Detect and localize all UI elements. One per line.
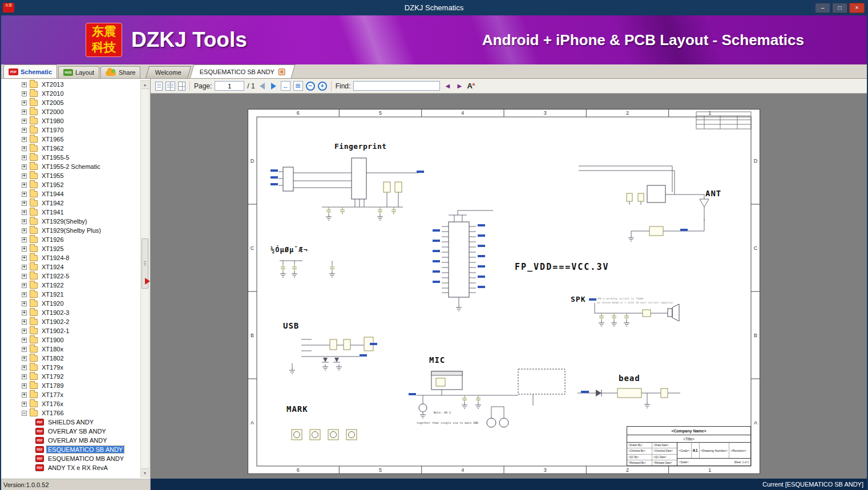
- folder-item[interactable]: + XT1955-2 Schematic: [2, 162, 140, 171]
- tab-share[interactable]: Share: [100, 66, 140, 78]
- expand-icon[interactable]: +: [22, 137, 27, 142]
- folder-item[interactable]: + XT1942: [2, 199, 140, 208]
- folder-item[interactable]: + XT2005: [2, 98, 140, 107]
- folder-item[interactable]: + XT1900: [2, 335, 140, 345]
- folder-item[interactable]: + XT1922-5: [2, 272, 140, 281]
- expand-icon[interactable]: +: [22, 283, 27, 288]
- folder-item[interactable]: + XT1970: [2, 125, 140, 135]
- font-size-icon[interactable]: Aa: [467, 82, 475, 90]
- file-item[interactable]: PDF SHIELDS ANDY: [2, 418, 140, 427]
- sidebar-collapse-arrow[interactable]: [145, 278, 150, 285]
- fit-width-button[interactable]: ↔: [281, 81, 290, 91]
- file-item[interactable]: PDF OVERLAY MB ANDY: [2, 436, 140, 445]
- pdf-viewer[interactable]: 654321 654321 DCBA DCBA Fingerprint ANT …: [151, 94, 867, 479]
- fit-page-button[interactable]: ⊞: [293, 81, 303, 91]
- folder-item[interactable]: + XT1902-1: [2, 326, 140, 335]
- folder-item[interactable]: + XT2000: [2, 107, 140, 116]
- folder-item[interactable]: + XT1955-5: [2, 153, 140, 162]
- folder-item[interactable]: + XT1924: [2, 262, 140, 272]
- expand-icon[interactable]: +: [22, 402, 27, 407]
- expand-icon[interactable]: +: [22, 91, 27, 96]
- next-page-button[interactable]: [271, 83, 276, 90]
- multi-page-view-button[interactable]: [178, 82, 185, 91]
- expand-icon[interactable]: +: [22, 365, 27, 370]
- tab-esquematico-sb-andy[interactable]: ESQUEMATICO SB ANDY ×: [190, 64, 296, 78]
- expand-icon[interactable]: +: [22, 192, 27, 197]
- zoom-in-button[interactable]: +: [318, 82, 327, 91]
- folder-item[interactable]: + XT1926: [2, 235, 140, 244]
- expand-icon[interactable]: +: [22, 82, 27, 87]
- expand-icon[interactable]: +: [22, 100, 27, 106]
- close-button[interactable]: ×: [849, 3, 865, 13]
- tab-welcome[interactable]: Welcome: [146, 66, 191, 78]
- folder-item[interactable]: + XT1925: [2, 244, 140, 253]
- expand-icon[interactable]: +: [22, 292, 27, 297]
- expand-icon[interactable]: +: [22, 310, 27, 315]
- expand-icon[interactable]: +: [22, 329, 27, 334]
- folder-item[interactable]: + XT1902-3: [2, 308, 140, 317]
- tab-schematic[interactable]: PDF Schematic: [3, 64, 57, 78]
- folder-item[interactable]: + XT176x: [2, 399, 140, 408]
- expand-icon[interactable]: +: [22, 146, 27, 151]
- folder-item[interactable]: + XT1929(Shelby): [2, 217, 140, 226]
- expand-icon[interactable]: +: [22, 237, 27, 242]
- previous-page-button[interactable]: [260, 83, 265, 90]
- expand-icon[interactable]: +: [22, 392, 27, 398]
- expand-icon[interactable]: +: [22, 265, 27, 270]
- folder-item[interactable]: + XT1922: [2, 281, 140, 290]
- collapse-icon[interactable]: −: [22, 411, 27, 416]
- expand-icon[interactable]: +: [22, 210, 27, 215]
- file-item[interactable]: PDF ESQUEMATICO SB ANDY: [2, 445, 140, 454]
- folder-item[interactable]: + XT1980: [2, 116, 140, 125]
- file-item[interactable]: PDF ANDY TX e RX RevA: [2, 463, 140, 472]
- expand-icon[interactable]: +: [22, 119, 27, 124]
- find-input[interactable]: [353, 81, 440, 91]
- folder-item[interactable]: + XT1789: [2, 381, 140, 390]
- folder-item[interactable]: + XT1920: [2, 299, 140, 308]
- folder-item[interactable]: + XT1802: [2, 354, 140, 363]
- file-item[interactable]: PDF ESQUEMATICO MB ANDY: [2, 454, 140, 463]
- folder-item[interactable]: + XT1941: [2, 208, 140, 217]
- expand-icon[interactable]: +: [22, 228, 27, 233]
- expand-icon[interactable]: +: [22, 383, 27, 388]
- expand-icon[interactable]: +: [22, 246, 27, 252]
- expand-icon[interactable]: +: [22, 183, 27, 188]
- find-next-icon[interactable]: ▶: [455, 83, 464, 89]
- folder-item[interactable]: + XT1929(Shelby Plus): [2, 226, 140, 235]
- expand-icon[interactable]: +: [22, 201, 27, 206]
- expand-icon[interactable]: +: [22, 173, 27, 179]
- page-number-input[interactable]: [215, 81, 244, 91]
- folder-item[interactable]: + XT1965: [2, 135, 140, 144]
- file-item[interactable]: PDF OVERLAY SB ANDY: [2, 427, 140, 436]
- folder-item[interactable]: + XT1921: [2, 290, 140, 299]
- folder-item[interactable]: + XT1924-8: [2, 253, 140, 262]
- scroll-up-icon[interactable]: ▲: [141, 80, 149, 89]
- folder-item[interactable]: + XT1944: [2, 189, 140, 199]
- folder-item[interactable]: + XT1962: [2, 144, 140, 153]
- app-icon[interactable]: 东震: [3, 3, 14, 13]
- folder-item[interactable]: + XT179x: [2, 363, 140, 372]
- folder-item[interactable]: + XT2010: [2, 89, 140, 98]
- minimize-button[interactable]: –: [815, 3, 830, 13]
- expand-icon[interactable]: +: [22, 374, 27, 379]
- tab-layout[interactable]: PADS Layout: [58, 66, 99, 78]
- folder-item-xt1766[interactable]: − XT1766: [2, 408, 140, 418]
- expand-icon[interactable]: +: [22, 274, 27, 279]
- folder-item[interactable]: + XT1955: [2, 171, 140, 180]
- expand-icon[interactable]: +: [22, 347, 27, 352]
- folder-item[interactable]: + XT2013: [2, 80, 140, 89]
- folder-item[interactable]: + XT1952: [2, 180, 140, 189]
- expand-icon[interactable]: +: [22, 128, 27, 133]
- expand-icon[interactable]: +: [22, 356, 27, 361]
- expand-icon[interactable]: +: [22, 164, 27, 169]
- zoom-out-button[interactable]: −: [306, 82, 315, 91]
- maximize-button[interactable]: □: [832, 3, 847, 13]
- folder-item[interactable]: + XT180x: [2, 345, 140, 354]
- expand-icon[interactable]: +: [22, 256, 27, 261]
- folder-item[interactable]: + XT1792: [2, 372, 140, 381]
- find-previous-icon[interactable]: ◀: [443, 83, 452, 89]
- expand-icon[interactable]: +: [22, 338, 27, 343]
- close-tab-icon[interactable]: ×: [278, 68, 285, 75]
- expand-icon[interactable]: +: [22, 319, 27, 325]
- folder-item[interactable]: + XT177x: [2, 390, 140, 399]
